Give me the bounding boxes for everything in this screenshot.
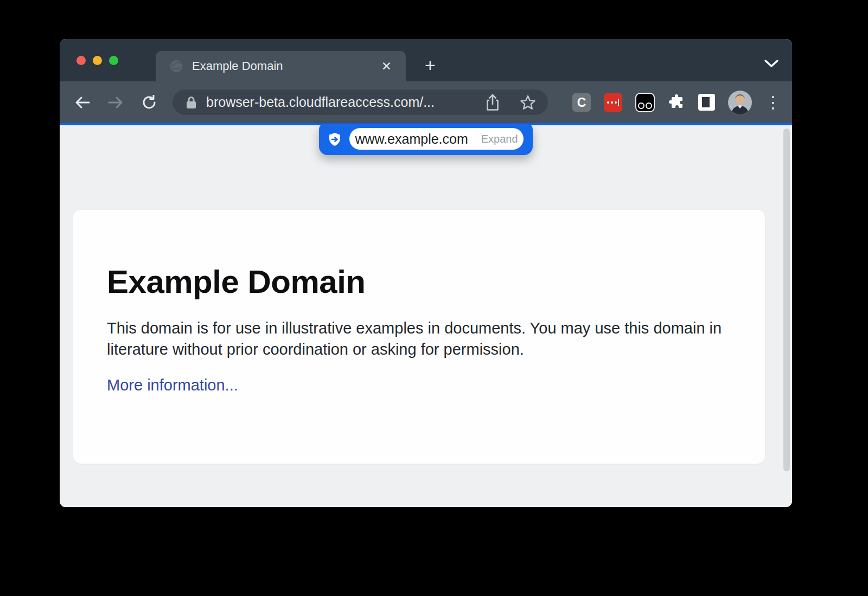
browser-toolbar: browser-beta.cloudflareaccess.com/... C: [60, 81, 792, 123]
content-card: Example Domain This domain is for use in…: [73, 210, 765, 464]
password-manager-extension-icon[interactable]: [604, 93, 622, 112]
url-text: browser-beta.cloudflareaccess.com/...: [206, 94, 485, 110]
page-title: Example Domain: [107, 263, 732, 300]
isolation-domain-pill: www.example.com Expand: [349, 128, 524, 150]
profile-avatar[interactable]: [728, 91, 752, 114]
close-window-button[interactable]: [76, 56, 86, 65]
page-viewport: www.example.com Expand Example Domain Th…: [60, 125, 792, 507]
browser-tab[interactable]: Example Domain ✕: [156, 51, 406, 81]
new-tab-button[interactable]: +: [420, 55, 441, 76]
page-paragraph: This domain is for use in illustrative e…: [107, 318, 732, 360]
bookmark-star-icon[interactable]: [520, 94, 536, 111]
chevron-down-icon[interactable]: [764, 59, 779, 68]
binoculars-extension-icon[interactable]: [635, 93, 655, 112]
zoom-window-button[interactable]: [109, 56, 118, 65]
window-controls: [76, 56, 118, 65]
expand-button[interactable]: Expand: [481, 133, 518, 145]
extensions-puzzle-icon[interactable]: [668, 94, 685, 111]
more-information-link[interactable]: More information...: [107, 376, 238, 394]
side-panel-icon[interactable]: [698, 94, 715, 111]
forward-button[interactable]: [106, 93, 125, 112]
extension-c-icon[interactable]: C: [572, 93, 591, 112]
reload-button[interactable]: [140, 93, 158, 112]
tab-strip: Example Domain ✕ +: [60, 39, 792, 81]
browser-menu-icon[interactable]: ⋮: [765, 94, 774, 111]
globe-favicon-icon: [170, 60, 183, 73]
tab-close-icon[interactable]: ✕: [379, 58, 394, 75]
browser-window: Example Domain ✕ +: [60, 39, 792, 507]
isolation-url-widget: www.example.com Expand: [319, 124, 533, 155]
lock-icon[interactable]: [186, 96, 197, 109]
vertical-scrollbar[interactable]: [783, 129, 790, 471]
share-icon[interactable]: [485, 94, 500, 111]
tab-title: Example Domain: [192, 59, 379, 73]
shield-arrow-icon: [327, 132, 342, 147]
extensions-row: C: [572, 81, 774, 123]
minimize-window-button[interactable]: [93, 56, 102, 65]
address-bar[interactable]: browser-beta.cloudflareaccess.com/...: [173, 89, 548, 115]
back-button[interactable]: [73, 93, 92, 112]
isolated-domain-text: www.example.com: [355, 131, 468, 147]
